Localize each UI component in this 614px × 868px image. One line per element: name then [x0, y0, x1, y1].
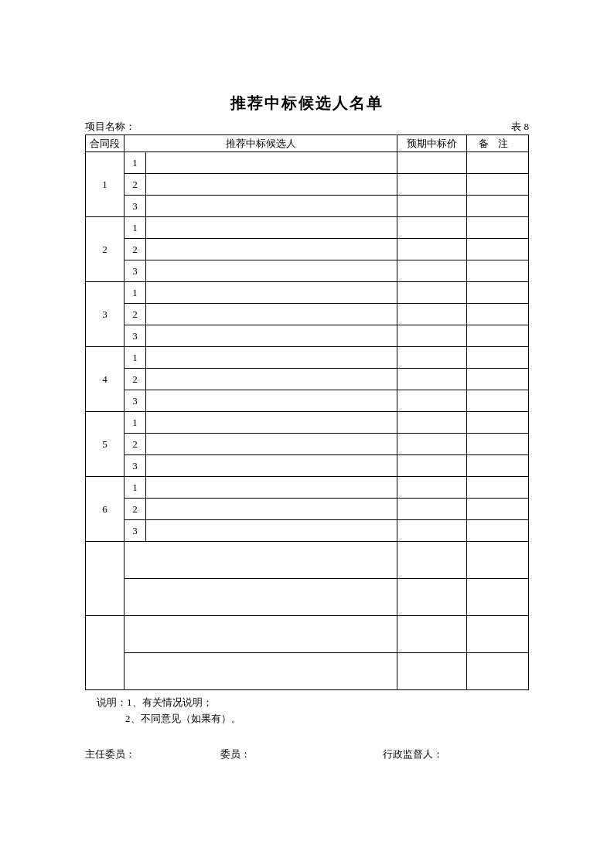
candidate-cell: [146, 260, 397, 282]
price-cell: [397, 304, 467, 325]
candidate-cell: [146, 412, 397, 434]
price-cell: [397, 455, 467, 477]
candidate-cell: [146, 217, 397, 239]
notes-cell: [467, 434, 529, 455]
price-cell: [397, 434, 467, 455]
price-cell: [397, 390, 467, 412]
rank-cell: 3: [125, 520, 146, 542]
candidate-cell: [146, 239, 397, 260]
price-cell: [397, 616, 467, 653]
candidate-cell: [146, 347, 397, 369]
notes-cell: [467, 347, 529, 369]
candidate-cell: [146, 152, 397, 174]
section-cell: 5: [86, 412, 125, 477]
project-name-label: 项目名称：: [85, 120, 135, 134]
rank-cell: 1: [125, 477, 146, 499]
section-cell: 1: [86, 152, 125, 217]
candidate-cell: [125, 542, 397, 579]
notes-cell: [467, 390, 529, 412]
price-cell: [397, 325, 467, 347]
notes-cell: [467, 499, 529, 520]
rank-cell: 2: [125, 499, 146, 520]
col-candidate: 推荐中标候选人: [125, 135, 397, 152]
candidate-cell: [125, 653, 397, 690]
price-cell: [397, 282, 467, 304]
sig-chair: 主任委员：: [85, 747, 220, 761]
notes-cell: [467, 196, 529, 217]
sig-supervisor: 行政监督人：: [383, 747, 529, 761]
candidate-cell: [146, 434, 397, 455]
signature-row: 主任委员： 委员： 行政监督人：: [85, 747, 529, 761]
rank-cell: 2: [125, 434, 146, 455]
rank-cell: 1: [125, 412, 146, 434]
price-cell: [397, 347, 467, 369]
rank-cell: 2: [125, 304, 146, 325]
rank-cell: 1: [125, 282, 146, 304]
rank-cell: 2: [125, 239, 146, 260]
rank-cell: 2: [125, 174, 146, 196]
explain-item-2: 2、不同意见（如果有）。: [85, 711, 529, 727]
notes-cell: [467, 217, 529, 239]
table-number: 表 8: [511, 120, 529, 134]
page-title: 推荐中标候选人名单: [85, 93, 529, 114]
candidate-cell: [146, 390, 397, 412]
notes-cell: [467, 325, 529, 347]
notes-cell: [467, 542, 529, 579]
section-cell-empty: [86, 542, 125, 616]
price-cell: [397, 196, 467, 217]
candidate-cell: [146, 174, 397, 196]
explain-block: 说明：1、有关情况说明； 2、不同意见（如果有）。: [85, 695, 529, 727]
notes-cell: [467, 260, 529, 282]
sig-member: 委员：: [220, 747, 383, 761]
candidate-cell: [146, 477, 397, 499]
notes-cell: [467, 174, 529, 196]
rank-cell: 3: [125, 196, 146, 217]
candidate-cell: [146, 520, 397, 542]
price-cell: [397, 542, 467, 579]
candidate-cell: [146, 455, 397, 477]
rank-cell: 3: [125, 325, 146, 347]
rank-cell: 1: [125, 347, 146, 369]
notes-cell: [467, 239, 529, 260]
section-cell: 2: [86, 217, 125, 282]
explain-item-1: 1、有关情况说明；: [127, 696, 213, 708]
rank-cell: 3: [125, 390, 146, 412]
rank-cell: 2: [125, 369, 146, 390]
candidates-table: 合同段 推荐中标候选人 预期中标价 备注 11 2 3 21 2 3 31 2 …: [85, 134, 529, 690]
candidate-cell: [146, 304, 397, 325]
notes-cell: [467, 616, 529, 653]
notes-cell: [467, 304, 529, 325]
price-cell: [397, 369, 467, 390]
notes-cell: [467, 369, 529, 390]
price-cell: [397, 152, 467, 174]
price-cell: [397, 653, 467, 690]
section-cell: 4: [86, 347, 125, 412]
explain-lead: 说明：: [97, 696, 127, 708]
price-cell: [397, 499, 467, 520]
notes-cell: [467, 477, 529, 499]
rank-cell: 3: [125, 260, 146, 282]
price-cell: [397, 260, 467, 282]
col-section: 合同段: [86, 135, 125, 152]
section-cell: 6: [86, 477, 125, 542]
price-cell: [397, 174, 467, 196]
candidate-cell: [146, 369, 397, 390]
section-cell-empty: [86, 616, 125, 690]
candidate-cell: [146, 499, 397, 520]
rank-cell: 3: [125, 455, 146, 477]
price-cell: [397, 412, 467, 434]
notes-cell: [467, 152, 529, 174]
price-cell: [397, 520, 467, 542]
candidate-cell: [146, 196, 397, 217]
notes-cell: [467, 282, 529, 304]
notes-cell: [467, 412, 529, 434]
notes-cell: [467, 579, 529, 616]
notes-cell: [467, 653, 529, 690]
candidate-cell: [146, 325, 397, 347]
rank-cell: 1: [125, 152, 146, 174]
price-cell: [397, 579, 467, 616]
notes-cell: [467, 455, 529, 477]
notes-cell: [467, 520, 529, 542]
price-cell: [397, 477, 467, 499]
candidate-cell: [146, 282, 397, 304]
